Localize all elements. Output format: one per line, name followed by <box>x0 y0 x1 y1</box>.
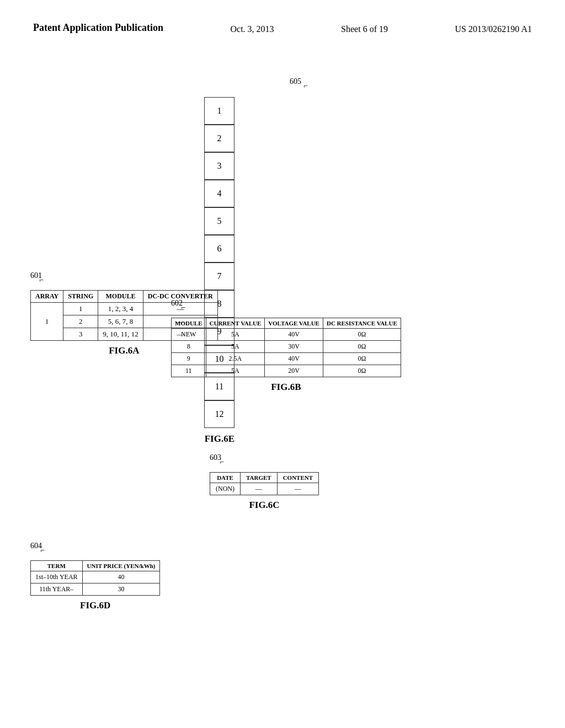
fig6a-brace: ⌐ <box>39 276 44 285</box>
table-row: 1st–10th YEAR <box>31 571 83 584</box>
table-row: 11th YEAR– <box>31 584 83 596</box>
fig6b-table: MODULE CURRENT VALUE VOLTAGE VALUE DC RE… <box>171 318 401 377</box>
page-header: Patent Application Publication Oct. 3, 2… <box>33 22 532 34</box>
fig6e-brace: ⌐ <box>303 82 308 90</box>
table-row: 0Ω <box>323 365 401 377</box>
table-row: 2.5A <box>206 353 265 365</box>
fig6c-container: 603 ⌐ DATE TARGET CONTENT (NON) — — FIG.… <box>210 463 319 511</box>
table-row: (NON) <box>210 483 241 495</box>
fig6e-ref: 605 <box>290 77 301 86</box>
table-row: 40V <box>265 329 323 341</box>
table-row: 11 <box>172 365 206 377</box>
sheet-info: Sheet 6 of 19 <box>341 22 388 34</box>
fig6c-header-target: TARGET <box>241 473 278 483</box>
patent-number: US 2013/0262190 A1 <box>455 22 532 34</box>
table-row: 9 <box>172 353 206 365</box>
publication-title: Patent Application Publication <box>33 22 163 34</box>
table-row: NEW <box>172 329 206 341</box>
table-row: — <box>277 483 318 495</box>
table-row: 30V <box>265 341 323 353</box>
table-row: 5, 6, 7, 8 <box>98 315 143 328</box>
fig6d-header-term: TERM <box>31 561 83 571</box>
table-row: 1, 2, 3, 4 <box>98 303 143 315</box>
fig6a-header-array: ARRAY <box>31 291 63 303</box>
fig6c-table: DATE TARGET CONTENT (NON) — — <box>210 472 319 495</box>
fig6b-container: 602 ⌐ MODULE CURRENT VALUE VOLTAGE VALUE… <box>171 309 401 393</box>
table-row: 5A <box>206 329 265 341</box>
table-row: 9, 10, 11, 12 <box>98 328 143 341</box>
table-row: 40 <box>82 571 160 584</box>
fig6b-header-voltage: VOLTAGE VALUE <box>265 318 323 329</box>
fig6a-header-module: MODULE <box>98 291 143 303</box>
fig6d-container: 604 ⌐ TERM UNIT PRICE (YEN/kWh) 1st–10th… <box>30 552 160 611</box>
table-row: 3 <box>63 328 98 341</box>
table-row: 5A <box>206 341 265 353</box>
table-row: 2 <box>63 315 98 328</box>
fig6d-table: TERM UNIT PRICE (YEN/kWh) 1st–10th YEAR … <box>30 560 160 596</box>
table-row: 1 <box>31 303 63 341</box>
fig6b-header-module: MODULE <box>172 318 206 329</box>
table-row: 20V <box>265 365 323 377</box>
fig6a-header-string: STRING <box>63 291 98 303</box>
fig6d-header-price: UNIT PRICE (YEN/kWh) <box>82 561 160 571</box>
publication-date: Oct. 3, 2013 <box>231 22 274 34</box>
table-row: 0Ω <box>323 353 401 365</box>
fig6d-name: FIG.6D <box>30 600 160 611</box>
fig6d-brace: ⌐ <box>40 546 45 555</box>
table-row: 30 <box>82 584 160 596</box>
fig6b-brace: ⌐ <box>181 303 185 312</box>
table-row: 1 <box>63 303 98 315</box>
table-row: 40V <box>265 353 323 365</box>
fig6e-name: FIG.6E <box>204 433 234 445</box>
table-row: 0Ω <box>323 329 401 341</box>
table-row: 5A <box>206 365 265 377</box>
fig6c-header-date: DATE <box>210 473 241 483</box>
fig6b-header-current: CURRENT VALUE <box>206 318 265 329</box>
table-row: 0Ω <box>323 341 401 353</box>
fig6c-name: FIG.6C <box>210 500 319 511</box>
fig6c-brace: ⌐ <box>220 458 224 467</box>
fig6b-header-resistance: DC RESISTANCE VALUE <box>323 318 401 329</box>
fig6b-name: FIG.6B <box>171 382 401 393</box>
table-row: 8 <box>172 341 206 353</box>
fig6c-header-content: CONTENT <box>277 473 318 483</box>
table-row: — <box>241 483 278 495</box>
